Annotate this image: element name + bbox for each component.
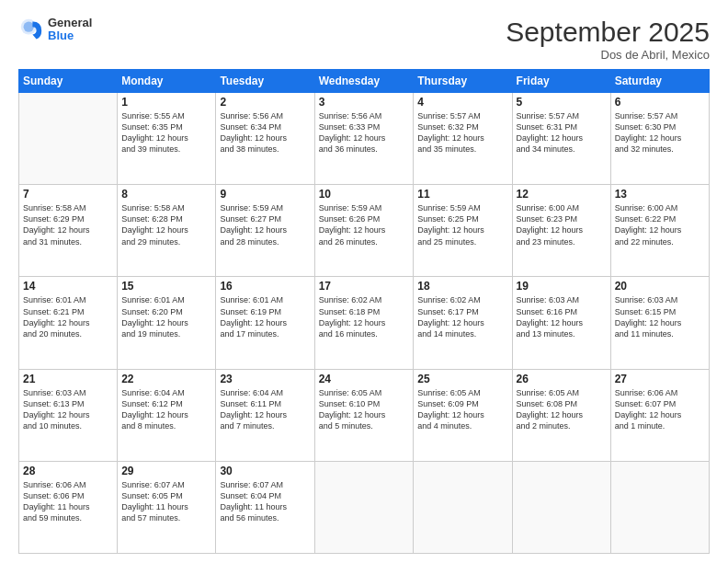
day-info: Sunrise: 6:03 AMSunset: 6:15 PMDaylight:… bbox=[615, 294, 705, 339]
calendar-cell bbox=[414, 461, 512, 553]
calendar-cell: 8Sunrise: 5:58 AMSunset: 6:28 PMDaylight… bbox=[118, 185, 216, 277]
calendar-cell: 27Sunrise: 6:06 AMSunset: 6:07 PMDayligh… bbox=[610, 369, 709, 461]
day-info: Sunrise: 5:59 AMSunset: 6:27 PMDaylight:… bbox=[220, 202, 310, 247]
calendar-cell: 5Sunrise: 5:57 AMSunset: 6:31 PMDaylight… bbox=[512, 93, 610, 185]
day-number: 19 bbox=[517, 280, 607, 293]
calendar: SundayMondayTuesdayWednesdayThursdayFrid… bbox=[18, 69, 710, 554]
header: General Blue September 2025 Dos de Abril… bbox=[18, 17, 710, 62]
day-number: 18 bbox=[417, 280, 507, 293]
logo-blue: Blue bbox=[48, 29, 92, 42]
day-number: 11 bbox=[417, 188, 507, 201]
calendar-cell: 25Sunrise: 6:05 AMSunset: 6:09 PMDayligh… bbox=[414, 369, 512, 461]
day-header-friday: Friday bbox=[512, 70, 610, 93]
calendar-cell: 11Sunrise: 5:59 AMSunset: 6:25 PMDayligh… bbox=[414, 185, 512, 277]
calendar-cell: 10Sunrise: 5:59 AMSunset: 6:26 PMDayligh… bbox=[314, 185, 414, 277]
day-number: 25 bbox=[417, 373, 507, 385]
day-number: 23 bbox=[220, 373, 310, 385]
calendar-cell: 9Sunrise: 5:59 AMSunset: 6:27 PMDaylight… bbox=[216, 185, 314, 277]
calendar-week-3: 21Sunrise: 6:03 AMSunset: 6:13 PMDayligh… bbox=[19, 369, 710, 461]
day-info: Sunrise: 6:05 AMSunset: 6:10 PMDaylight:… bbox=[319, 387, 410, 432]
day-number: 15 bbox=[121, 280, 211, 293]
calendar-header-row: SundayMondayTuesdayWednesdayThursdayFrid… bbox=[19, 70, 710, 93]
day-number: 6 bbox=[615, 96, 705, 109]
day-info: Sunrise: 6:04 AMSunset: 6:12 PMDaylight:… bbox=[121, 387, 211, 432]
day-info: Sunrise: 6:02 AMSunset: 6:18 PMDaylight:… bbox=[319, 294, 410, 339]
calendar-cell: 13Sunrise: 6:00 AMSunset: 6:22 PMDayligh… bbox=[610, 185, 709, 277]
calendar-cell: 24Sunrise: 6:05 AMSunset: 6:10 PMDayligh… bbox=[314, 369, 414, 461]
day-header-monday: Monday bbox=[118, 70, 216, 93]
calendar-cell bbox=[610, 461, 709, 553]
day-number: 20 bbox=[615, 280, 705, 293]
calendar-cell: 26Sunrise: 6:05 AMSunset: 6:08 PMDayligh… bbox=[512, 369, 610, 461]
day-info: Sunrise: 5:57 AMSunset: 6:32 PMDaylight:… bbox=[417, 110, 507, 155]
day-info: Sunrise: 6:01 AMSunset: 6:20 PMDaylight:… bbox=[121, 294, 211, 339]
day-number: 30 bbox=[220, 465, 310, 477]
day-info: Sunrise: 6:06 AMSunset: 6:06 PMDaylight:… bbox=[23, 479, 113, 524]
calendar-cell: 12Sunrise: 6:00 AMSunset: 6:23 PMDayligh… bbox=[512, 185, 610, 277]
day-number: 21 bbox=[23, 373, 113, 385]
day-info: Sunrise: 5:59 AMSunset: 6:26 PMDaylight:… bbox=[319, 202, 410, 247]
day-info: Sunrise: 6:06 AMSunset: 6:07 PMDaylight:… bbox=[615, 387, 705, 432]
day-number: 24 bbox=[319, 373, 410, 385]
calendar-cell: 7Sunrise: 5:58 AMSunset: 6:29 PMDaylight… bbox=[19, 185, 118, 277]
calendar-cell: 20Sunrise: 6:03 AMSunset: 6:15 PMDayligh… bbox=[610, 277, 709, 369]
logo-icon bbox=[18, 17, 44, 42]
day-info: Sunrise: 5:56 AMSunset: 6:34 PMDaylight:… bbox=[220, 110, 310, 155]
calendar-cell: 15Sunrise: 6:01 AMSunset: 6:20 PMDayligh… bbox=[118, 277, 216, 369]
calendar-week-1: 7Sunrise: 5:58 AMSunset: 6:29 PMDaylight… bbox=[19, 185, 710, 277]
calendar-cell: 2Sunrise: 5:56 AMSunset: 6:34 PMDaylight… bbox=[216, 93, 314, 185]
day-number: 28 bbox=[23, 465, 113, 477]
logo-general: General bbox=[48, 17, 92, 29]
calendar-cell: 16Sunrise: 6:01 AMSunset: 6:19 PMDayligh… bbox=[216, 277, 314, 369]
day-info: Sunrise: 6:01 AMSunset: 6:21 PMDaylight:… bbox=[23, 294, 113, 339]
location-subtitle: Dos de Abril, Mexico bbox=[506, 48, 710, 62]
day-number: 2 bbox=[220, 96, 310, 109]
day-info: Sunrise: 5:58 AMSunset: 6:28 PMDaylight:… bbox=[121, 202, 211, 247]
day-number: 14 bbox=[23, 280, 113, 293]
day-info: Sunrise: 6:05 AMSunset: 6:09 PMDaylight:… bbox=[417, 387, 507, 432]
month-title: September 2025 bbox=[506, 17, 710, 48]
day-number: 5 bbox=[517, 96, 607, 109]
day-info: Sunrise: 5:55 AMSunset: 6:35 PMDaylight:… bbox=[121, 110, 211, 155]
logo: General Blue bbox=[18, 17, 92, 43]
day-info: Sunrise: 6:00 AMSunset: 6:22 PMDaylight:… bbox=[615, 202, 705, 247]
calendar-cell: 19Sunrise: 6:03 AMSunset: 6:16 PMDayligh… bbox=[512, 277, 610, 369]
calendar-cell: 22Sunrise: 6:04 AMSunset: 6:12 PMDayligh… bbox=[118, 369, 216, 461]
day-info: Sunrise: 6:07 AMSunset: 6:04 PMDaylight:… bbox=[220, 479, 310, 524]
day-info: Sunrise: 5:57 AMSunset: 6:31 PMDaylight:… bbox=[517, 110, 607, 155]
calendar-week-4: 28Sunrise: 6:06 AMSunset: 6:06 PMDayligh… bbox=[19, 461, 710, 553]
day-info: Sunrise: 6:07 AMSunset: 6:05 PMDaylight:… bbox=[121, 479, 211, 524]
day-header-wednesday: Wednesday bbox=[314, 70, 414, 93]
day-number: 3 bbox=[319, 96, 410, 109]
day-number: 9 bbox=[220, 188, 310, 201]
day-number: 7 bbox=[23, 188, 113, 201]
day-number: 4 bbox=[417, 96, 507, 109]
day-info: Sunrise: 6:03 AMSunset: 6:16 PMDaylight:… bbox=[517, 294, 607, 339]
day-info: Sunrise: 6:00 AMSunset: 6:23 PMDaylight:… bbox=[517, 202, 607, 247]
calendar-cell: 4Sunrise: 5:57 AMSunset: 6:32 PMDaylight… bbox=[414, 93, 512, 185]
day-number: 27 bbox=[615, 373, 705, 385]
day-info: Sunrise: 5:57 AMSunset: 6:30 PMDaylight:… bbox=[615, 110, 705, 155]
day-number: 8 bbox=[121, 188, 211, 201]
calendar-cell: 21Sunrise: 6:03 AMSunset: 6:13 PMDayligh… bbox=[19, 369, 118, 461]
calendar-cell: 6Sunrise: 5:57 AMSunset: 6:30 PMDaylight… bbox=[610, 93, 709, 185]
calendar-cell: 14Sunrise: 6:01 AMSunset: 6:21 PMDayligh… bbox=[19, 277, 118, 369]
title-block: September 2025 Dos de Abril, Mexico bbox=[506, 17, 710, 62]
day-number: 10 bbox=[319, 188, 410, 201]
calendar-cell: 30Sunrise: 6:07 AMSunset: 6:04 PMDayligh… bbox=[216, 461, 314, 553]
calendar-cell: 23Sunrise: 6:04 AMSunset: 6:11 PMDayligh… bbox=[216, 369, 314, 461]
calendar-week-2: 14Sunrise: 6:01 AMSunset: 6:21 PMDayligh… bbox=[19, 277, 710, 369]
day-header-thursday: Thursday bbox=[414, 70, 512, 93]
day-number: 29 bbox=[121, 465, 211, 477]
day-number: 13 bbox=[615, 188, 705, 201]
day-info: Sunrise: 6:03 AMSunset: 6:13 PMDaylight:… bbox=[23, 387, 113, 432]
calendar-cell: 17Sunrise: 6:02 AMSunset: 6:18 PMDayligh… bbox=[314, 277, 414, 369]
calendar-cell: 28Sunrise: 6:06 AMSunset: 6:06 PMDayligh… bbox=[19, 461, 118, 553]
day-info: Sunrise: 6:05 AMSunset: 6:08 PMDaylight:… bbox=[517, 387, 607, 432]
calendar-cell: 18Sunrise: 6:02 AMSunset: 6:17 PMDayligh… bbox=[414, 277, 512, 369]
svg-point-1 bbox=[24, 22, 34, 32]
day-header-saturday: Saturday bbox=[610, 70, 709, 93]
calendar-cell bbox=[512, 461, 610, 553]
day-number: 22 bbox=[121, 373, 211, 385]
day-info: Sunrise: 5:56 AMSunset: 6:33 PMDaylight:… bbox=[319, 110, 410, 155]
